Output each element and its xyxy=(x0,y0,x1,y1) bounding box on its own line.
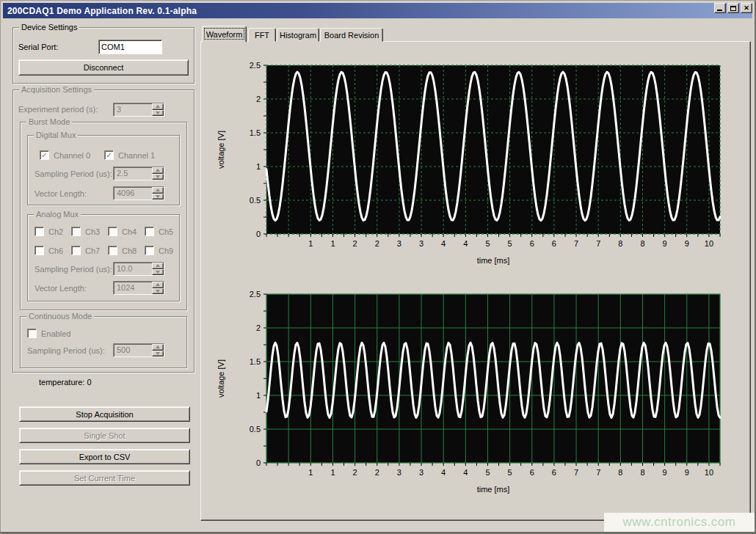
svg-text:1.5: 1.5 xyxy=(250,357,261,366)
digital-sampling-period-spinner: 2.5 xyxy=(113,167,164,180)
serial-port-input[interactable] xyxy=(98,40,162,54)
device-settings-legend: Device Settings xyxy=(19,23,79,32)
close-button[interactable]: ✕ xyxy=(741,3,752,13)
checkbox-icon xyxy=(34,246,44,255)
svg-text:time [ms]: time [ms] xyxy=(477,256,510,265)
continuous-mode-legend: Continuous Mode xyxy=(26,312,94,321)
svg-text:2: 2 xyxy=(256,95,261,103)
acquisition-settings-legend: Acquisition Settings xyxy=(19,85,94,94)
tab-histogram[interactable]: Histogram xyxy=(277,28,319,42)
ch5-checkbox: Ch5 xyxy=(145,227,173,236)
channel-0-checkbox: ✓ Channel 0 xyxy=(40,150,90,160)
svg-text:1.5: 1.5 xyxy=(250,128,261,137)
svg-text:0.5: 0.5 xyxy=(250,425,261,434)
stop-acquisition-button[interactable]: Stop Acquisition xyxy=(19,406,190,422)
checkbox-icon xyxy=(108,246,117,255)
close-icon: ✕ xyxy=(744,4,749,12)
svg-text:3: 3 xyxy=(419,468,424,477)
experiment-period-label: Experiment period (s): xyxy=(18,105,98,114)
single-shot-button: Single Shot xyxy=(19,428,190,443)
window-title: 200CDAQ1 Demo Application Rev. 0.1-alpha xyxy=(7,6,197,16)
digital-sampling-period-label: Sampling Period (us): xyxy=(34,169,112,178)
svg-text:8: 8 xyxy=(618,239,622,248)
temperature-readout: temperature: 0 xyxy=(39,378,92,387)
ch6-checkbox: Ch6 xyxy=(34,246,63,255)
svg-text:7: 7 xyxy=(574,468,578,477)
digital-vector-length-label: Vector Length: xyxy=(34,189,87,198)
svg-text:1: 1 xyxy=(256,391,261,400)
svg-text:5: 5 xyxy=(508,239,512,248)
svg-text:9: 9 xyxy=(685,239,689,248)
svg-text:4: 4 xyxy=(463,468,468,477)
svg-text:7: 7 xyxy=(596,239,600,248)
tab-waveform[interactable]: Waveform xyxy=(202,26,247,43)
svg-text:4: 4 xyxy=(441,239,446,248)
digital-mux-legend: Digital Mux xyxy=(34,131,78,139)
svg-text:2: 2 xyxy=(375,239,379,248)
spin-down-icon xyxy=(152,351,164,357)
svg-text:5: 5 xyxy=(508,468,512,477)
svg-text:1: 1 xyxy=(330,468,335,477)
minimize-icon xyxy=(717,10,722,11)
digital-vector-length-spinner: 4096 xyxy=(113,186,164,200)
svg-text:8: 8 xyxy=(640,468,644,477)
svg-text:time [ms]: time [ms] xyxy=(477,485,510,494)
svg-text:3: 3 xyxy=(397,468,401,477)
checkbox-icon xyxy=(108,227,117,236)
svg-text:0: 0 xyxy=(256,230,261,238)
svg-text:6: 6 xyxy=(552,239,556,248)
maximize-button[interactable] xyxy=(727,3,739,13)
checkbox-icon xyxy=(71,246,81,255)
spin-up-icon xyxy=(152,187,164,194)
analog-sampling-period-spinner: 10.0 xyxy=(113,262,164,276)
svg-text:2: 2 xyxy=(256,323,261,332)
tab-board-revision[interactable]: Board Revision xyxy=(320,28,383,42)
spin-up-icon xyxy=(152,263,164,269)
svg-text:8: 8 xyxy=(618,468,622,477)
svg-text:6: 6 xyxy=(530,468,534,477)
watermark: www.cntronics.com xyxy=(604,513,755,532)
spin-down-icon xyxy=(152,194,164,200)
disconnect-button[interactable]: Disconnect xyxy=(18,59,189,76)
spin-down-icon xyxy=(152,288,164,295)
checkbox-checked-icon: ✓ xyxy=(104,150,114,160)
svg-text:8: 8 xyxy=(640,239,644,248)
minimize-button[interactable] xyxy=(714,3,726,13)
svg-text:3: 3 xyxy=(397,239,401,248)
svg-text:1: 1 xyxy=(308,468,313,477)
svg-text:voltage [V]: voltage [V] xyxy=(217,131,225,169)
svg-text:9: 9 xyxy=(685,468,689,477)
svg-text:3: 3 xyxy=(419,239,424,248)
set-current-time-button: Set Current Time xyxy=(19,470,190,486)
svg-text:5: 5 xyxy=(485,468,490,477)
title-bar[interactable]: 200CDAQ1 Demo Application Rev. 0.1-alpha xyxy=(3,3,752,18)
tab-fft[interactable]: FFT xyxy=(248,28,276,42)
maximize-icon xyxy=(730,6,736,11)
svg-text:0.5: 0.5 xyxy=(250,196,261,205)
svg-text:1: 1 xyxy=(256,162,261,171)
svg-text:1: 1 xyxy=(330,239,335,248)
spin-down-icon xyxy=(152,110,164,117)
spin-up-icon xyxy=(152,282,164,288)
export-to-csv-button[interactable]: Export to CSV xyxy=(19,449,190,464)
waveform-chart-top: 1122334455667788991000.511.522.5time [ms… xyxy=(206,56,749,277)
continuous-mode-group: Continuous Mode xyxy=(20,316,187,368)
svg-text:0: 0 xyxy=(256,458,261,467)
analog-vector-length-spinner: 1024 xyxy=(113,281,164,295)
svg-text:9: 9 xyxy=(663,468,667,477)
ch2-checkbox: Ch2 xyxy=(34,227,63,236)
svg-text:10: 10 xyxy=(705,239,713,248)
waveform-chart-bottom: 1122334455667788991000.511.522.5time [ms… xyxy=(206,285,749,505)
spin-down-icon xyxy=(152,269,164,276)
continuous-sampling-period-label: Sampling Period (us): xyxy=(27,346,105,355)
svg-text:6: 6 xyxy=(552,468,556,477)
ch4-checkbox: Ch4 xyxy=(108,227,137,236)
experiment-period-spinner: 3 xyxy=(113,103,164,117)
svg-text:1: 1 xyxy=(308,239,313,248)
checkbox-checked-icon: ✓ xyxy=(40,150,49,160)
svg-text:10: 10 xyxy=(705,468,713,477)
ch8-checkbox: Ch8 xyxy=(108,246,137,255)
burst-mode-legend: Burst Mode xyxy=(26,117,72,126)
serial-port-label: Serial Port: xyxy=(18,43,58,51)
svg-text:2: 2 xyxy=(375,468,379,477)
